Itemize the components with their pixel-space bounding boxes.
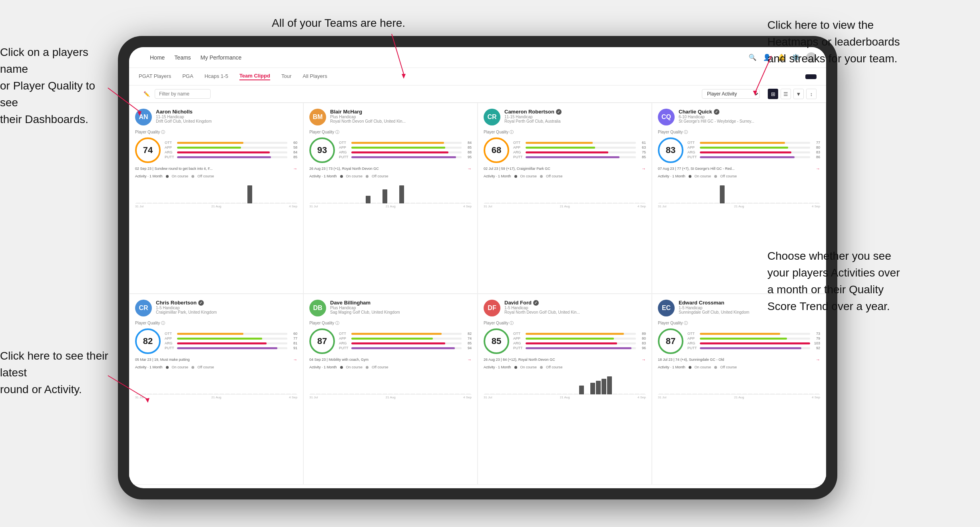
quality-circle[interactable]: 82 — [135, 328, 161, 354]
quality-number: 83 — [666, 145, 675, 155]
player-handicap: 1-5 Handicap — [156, 306, 297, 310]
quality-circle[interactable]: 83 — [658, 137, 683, 163]
quality-circle[interactable]: 87 — [658, 328, 683, 354]
activity-header: Activity · 1 Month On course Off course — [658, 174, 820, 178]
bar-track — [526, 342, 636, 344]
last-round-arrow[interactable]: → — [816, 166, 820, 171]
chart-bar — [333, 394, 337, 394]
sort-view-button[interactable]: ↕ — [806, 89, 817, 99]
quality-circle[interactable]: 85 — [484, 328, 509, 354]
bar-fill — [526, 142, 593, 144]
chart-bar — [181, 203, 185, 203]
chart-bar — [675, 394, 680, 394]
chart-bar — [613, 203, 617, 203]
sub-nav-all[interactable]: All Players — [303, 73, 327, 80]
bar-label: ARG — [165, 341, 175, 345]
bar-track — [700, 151, 810, 153]
chart-bar — [186, 203, 191, 203]
chart-bar — [512, 394, 517, 394]
last-round-text: 02 Jul 23 | 59 (+17), Craigimiillar Park… — [484, 167, 550, 171]
player-card[interactable]: DB Dave Billingham Plus Handicap Sag Mag… — [303, 294, 478, 485]
chart-bar — [770, 203, 775, 203]
bar-label: OTT — [687, 141, 698, 145]
last-round-arrow[interactable]: → — [816, 357, 820, 362]
nav-teams[interactable]: Teams — [174, 54, 191, 61]
bar-label: ARG — [513, 150, 524, 154]
sub-nav-hcaps[interactable]: Hcaps 1-5 — [205, 73, 228, 80]
last-round: 02 Sep 23 | Sundew round to get back int… — [135, 166, 297, 171]
player-name[interactable]: Dave Billingham — [330, 300, 472, 306]
chart-bar — [175, 203, 180, 203]
player-card[interactable]: EC Edward Crossman 1-5 Handicap Sunningd… — [652, 294, 826, 485]
last-round-arrow[interactable]: → — [293, 357, 297, 362]
sub-nav-team[interactable]: Team Clippd — [239, 73, 270, 80]
activity-title: Activity · 1 Month — [658, 174, 685, 178]
chart-bar — [175, 394, 180, 394]
nav-my-performance[interactable]: My Performance — [201, 54, 242, 61]
player-name[interactable]: Cameron Robertson ✓ — [504, 109, 646, 115]
quality-circle[interactable]: 93 — [309, 137, 335, 163]
player-card[interactable]: AN Aaron Nicholls 11-15 Handicap Drift G… — [129, 103, 303, 294]
bar-track — [351, 347, 462, 349]
sub-nav-tour[interactable]: Tour — [281, 73, 291, 80]
player-name[interactable]: David Ford ✓ — [504, 300, 646, 306]
player-name[interactable]: Chris Robertson ✓ — [156, 300, 297, 306]
chart-bar — [590, 383, 595, 394]
filter-input[interactable] — [155, 89, 211, 99]
off-course-label: Off course — [720, 174, 737, 178]
chart-bar — [191, 394, 196, 394]
quality-label: Player Quality ⓘ — [309, 320, 472, 326]
bar-track — [177, 147, 287, 149]
last-round-arrow[interactable]: → — [467, 357, 472, 362]
quality-circle[interactable]: 87 — [309, 328, 335, 354]
last-round-arrow[interactable]: → — [641, 166, 646, 171]
chart-date-2: 21 Aug — [734, 205, 744, 208]
bar-fill — [526, 147, 595, 149]
player-card[interactable]: DF David Ford ✓ 1-5 Handicap Royal North… — [478, 294, 652, 485]
bar-label: PUTT — [513, 155, 524, 159]
player-handicap: 11-15 Handicap — [156, 115, 297, 119]
chart-bar — [186, 394, 191, 394]
bar-label: PUTT — [513, 346, 524, 350]
player-name[interactable]: Charlie Quick ✓ — [679, 109, 820, 115]
quality-circle[interactable]: 68 — [484, 137, 509, 163]
player-club: Royal Perth Golf Club, Australia — [504, 119, 646, 123]
bar-value: 83 — [812, 150, 820, 154]
chart-bar — [664, 203, 669, 203]
player-card[interactable]: CR Cameron Robertson ✓ 11-15 Handicap Ro… — [478, 103, 652, 294]
bar-label: ARG — [687, 150, 698, 154]
quality-bars: OTT 84 APP 85 ARG 88 — [339, 141, 472, 160]
player-card[interactable]: BM Blair McHarg Plus Handicap Royal Nort… — [303, 103, 478, 294]
player-header: DF David Ford ✓ 1-5 Handicap Royal North… — [484, 300, 646, 316]
bar-fill — [700, 333, 780, 335]
last-round-arrow[interactable]: → — [467, 166, 472, 171]
player-name[interactable]: Blair McHarg — [330, 109, 472, 115]
activity-header: Activity · 1 Month On course Off course — [309, 365, 472, 369]
chart-date-3: 4 Sep — [637, 205, 646, 208]
bar-track — [700, 347, 810, 349]
chart-bar — [781, 394, 786, 394]
last-round-arrow[interactable]: → — [293, 166, 297, 171]
off-course-label: Off course — [546, 174, 562, 178]
player-name[interactable]: Aaron Nicholls — [156, 109, 297, 115]
chart-bar — [327, 394, 332, 394]
sub-nav-pga[interactable]: PGA — [182, 73, 193, 80]
bar-value: 79 — [812, 336, 820, 340]
chart-bar — [518, 203, 523, 203]
filter-bar: ✏️ Player Activity Quality Score Trend ⊞… — [129, 86, 826, 103]
sub-nav-pgat[interactable]: PGAT Players — [139, 73, 171, 80]
chart-bar — [803, 203, 808, 203]
quality-circle[interactable]: 74 — [135, 137, 161, 163]
chart-bar — [590, 203, 595, 203]
chart-bar — [725, 203, 730, 203]
last-round-arrow[interactable]: → — [641, 357, 646, 362]
player-avatar: CQ — [658, 109, 675, 125]
bar-value: 63 — [638, 145, 646, 149]
nav-home[interactable]: Home — [150, 54, 165, 61]
chart-bar — [720, 185, 725, 203]
add-team-button[interactable] — [805, 74, 817, 79]
chart-bar — [815, 394, 819, 394]
ipad-screen: Home Teams My Performance 🔍 👤 🔔 ⚙️ U PGA… — [129, 47, 826, 488]
chart-bar — [281, 394, 285, 394]
chart-bar — [169, 394, 174, 394]
